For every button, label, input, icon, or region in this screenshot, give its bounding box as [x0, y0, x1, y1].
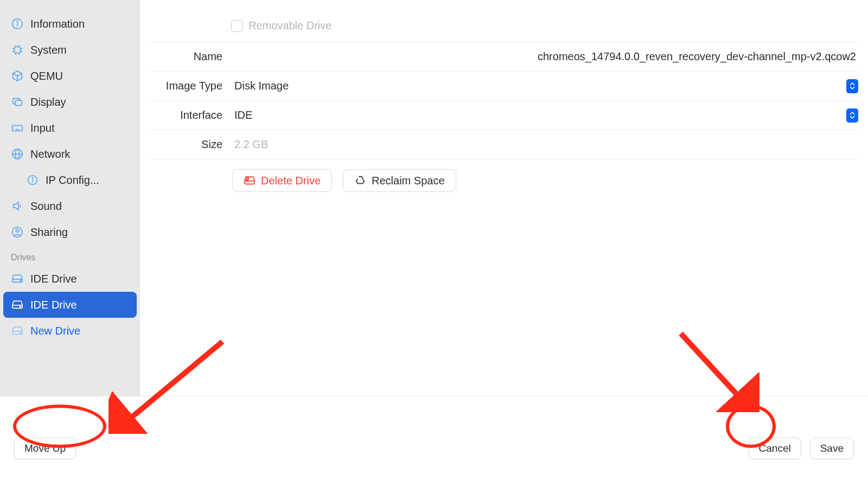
- sidebar-item-system[interactable]: System: [3, 37, 137, 63]
- sidebar-item-label: New Drive: [30, 325, 80, 337]
- chip-icon: [11, 43, 24, 56]
- image-type-value: Disk Image: [234, 80, 289, 92]
- drive-icon: [11, 298, 24, 311]
- svg-point-32: [20, 306, 21, 307]
- svg-point-26: [32, 177, 33, 178]
- sidebar-item-ip-config[interactable]: IP Config...: [3, 167, 137, 193]
- svg-point-2: [17, 21, 17, 22]
- size-value: 2.2 GB: [232, 138, 268, 151]
- svg-point-30: [20, 280, 21, 281]
- cube-icon: [11, 69, 24, 82]
- sidebar-item-new-drive[interactable]: New Drive: [3, 318, 137, 344]
- keyboard-icon: [11, 121, 24, 134]
- svg-rect-15: [12, 125, 22, 131]
- reclaim-space-button[interactable]: Reclaim Space: [343, 169, 456, 192]
- sidebar-item-label: Network: [30, 148, 70, 161]
- sidebar-item-label: System: [30, 44, 67, 56]
- speaker-icon: [11, 200, 24, 213]
- sidebar-item-network[interactable]: Network: [3, 141, 137, 167]
- sidebar-item-input[interactable]: Input: [3, 115, 137, 141]
- sidebar-item-qemu[interactable]: QEMU: [3, 63, 137, 89]
- chevron-up-down-icon: [846, 79, 858, 93]
- delete-drive-label: Delete Drive: [261, 175, 321, 187]
- name-label: Name: [150, 50, 232, 63]
- sidebar-item-ide-drive-0[interactable]: IDE Drive: [3, 266, 137, 292]
- info-icon: [11, 17, 24, 30]
- sidebar-item-sound[interactable]: Sound: [3, 193, 137, 219]
- sidebar-item-label: Input: [30, 122, 54, 134]
- person-icon: [11, 226, 24, 239]
- info-icon: [26, 174, 39, 187]
- svg-point-34: [20, 332, 21, 334]
- removable-drive-checkbox[interactable]: [231, 20, 243, 32]
- chevron-up-down-icon: [846, 108, 858, 123]
- svg-rect-35: [245, 181, 254, 184]
- sidebar-item-label: Information: [30, 18, 85, 30]
- image-type-row: Image Type Disk Image: [150, 72, 858, 101]
- footer: Move Up Cancel Save: [0, 396, 868, 500]
- reclaim-space-label: Reclaim Space: [372, 175, 445, 187]
- size-row: Size 2.2 GB: [150, 130, 858, 159]
- sidebar-item-label: Display: [30, 96, 66, 108]
- sidebar-item-ide-drive-1[interactable]: IDE Drive: [3, 292, 137, 318]
- size-label: Size: [150, 138, 232, 151]
- drives-section-header: Drives: [3, 245, 137, 266]
- image-type-select[interactable]: Disk Image: [232, 76, 858, 97]
- drive-icon: [11, 272, 24, 285]
- sidebar-item-label: IP Config...: [46, 174, 99, 187]
- name-value: chromeos_14794.0.0_reven_recovery_dev-ch…: [232, 50, 858, 63]
- move-up-button[interactable]: Move Up: [14, 438, 76, 459]
- svg-rect-14: [15, 100, 22, 105]
- image-type-label: Image Type: [150, 80, 232, 92]
- sidebar-item-label: IDE Drive: [30, 299, 77, 311]
- interface-select[interactable]: IDE: [232, 105, 858, 126]
- main-panel: Removable Drive Name chromeos_14794.0.0_…: [140, 0, 868, 396]
- sidebar-item-label: QEMU: [30, 70, 63, 82]
- cancel-button[interactable]: Cancel: [749, 438, 801, 459]
- delete-drive-button[interactable]: Delete Drive: [232, 169, 332, 192]
- removable-drive-label: Removable Drive: [248, 20, 331, 32]
- sidebar-item-label: Sound: [30, 200, 62, 213]
- delete-drive-icon: [244, 175, 256, 187]
- drive-icon: [11, 324, 24, 337]
- sidebar-item-label: Sharing: [30, 226, 68, 239]
- sidebar-item-sharing[interactable]: Sharing: [3, 219, 137, 245]
- name-row: Name chromeos_14794.0.0_reven_recovery_d…: [150, 42, 858, 72]
- sidebar-item-information[interactable]: Information: [3, 11, 137, 37]
- display-icon: [11, 95, 24, 108]
- svg-point-28: [16, 229, 19, 233]
- recycle-icon: [354, 175, 366, 187]
- globe-icon: [11, 148, 24, 161]
- removable-drive-row: Removable Drive: [150, 13, 858, 42]
- save-button[interactable]: Save: [810, 438, 854, 459]
- svg-rect-3: [15, 47, 21, 53]
- sidebar-item-label: IDE Drive: [30, 273, 77, 285]
- interface-label: Interface: [150, 109, 232, 121]
- interface-value: IDE: [234, 109, 252, 121]
- interface-row: Interface IDE: [150, 101, 858, 130]
- sidebar: Information System QEMU Display Input: [0, 0, 140, 396]
- drive-action-row: Delete Drive Reclaim Space: [150, 159, 858, 192]
- sidebar-item-display[interactable]: Display: [3, 89, 137, 115]
